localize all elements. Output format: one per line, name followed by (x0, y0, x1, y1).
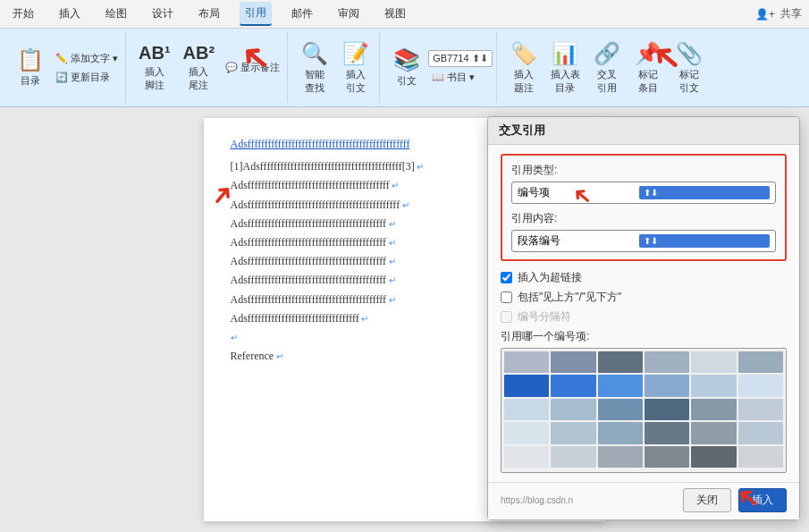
menu-references[interactable]: 引用 (240, 2, 272, 26)
ribbon-btn-insert-endnote[interactable]: AB² 插入尾注 (178, 36, 221, 100)
table-of-figures-icon: 📊 (552, 41, 578, 66)
ribbon-group-caption: 🏷️ 插入题注 📊 插入表目录 🔗 交叉引用 📌 标记条目 📎 标记引文 (501, 32, 712, 103)
ribbon-btn-citation[interactable]: 📚 引文 (387, 36, 426, 100)
list-cell-14[interactable] (598, 399, 643, 420)
list-cell-21[interactable] (645, 422, 689, 443)
checkbox-include-row: 包括"见上方"/"见下方" (501, 290, 787, 305)
ribbon-btn-insert-citation[interactable]: 📝 插入引文 (336, 36, 375, 100)
return-mark-6: ↵ (386, 257, 396, 266)
menu-insert[interactable]: 插入 (54, 3, 86, 25)
list-cell-25[interactable] (551, 446, 595, 468)
toc-icon: 📋 (17, 47, 44, 72)
ribbon-btn-show-notes[interactable]: 💬 显示备注 (222, 59, 283, 76)
cross-reference-dialog[interactable]: 交叉引用 引用类型: 编号项 ⬆⬇ 引用内容: 段落编号 ⬆⬇ (487, 116, 800, 520)
dialog-body: 引用类型: 编号项 ⬆⬇ 引用内容: 段落编号 ⬆⬇ 插入为超链接 (488, 145, 799, 482)
list-cell-3[interactable] (645, 351, 689, 373)
caption-icon: 🏷️ (510, 41, 537, 66)
list-cell-18[interactable] (504, 422, 549, 443)
list-cell-7[interactable] (551, 375, 595, 396)
caption-label: 插入题注 (514, 68, 534, 95)
ribbon-small-group-notes: 💬 显示备注 (222, 59, 283, 76)
ribbon-btn-mark-citation[interactable]: 📎 标记引文 (670, 36, 709, 100)
checkbox-include[interactable] (501, 291, 512, 303)
close-button[interactable]: 关闭 (683, 488, 731, 512)
ribbon-btn-add-text[interactable]: ✏️ 添加文字 ▾ (52, 50, 122, 67)
ribbon-btn-mark-entry[interactable]: 📌 标记条目 (628, 36, 668, 100)
mark-citation-icon: 📎 (676, 41, 703, 66)
dialog-footer: https://blog.csdn.n 关闭 插入 (488, 482, 799, 519)
checkbox-hyperlink[interactable] (501, 272, 512, 283)
list-cell-19[interactable] (551, 422, 595, 443)
ref-content-arrow-icon[interactable]: ⬆⬇ (639, 234, 770, 248)
list-cell-10[interactable] (691, 375, 736, 396)
ribbon-btn-toc[interactable]: 📋 目录 (11, 36, 50, 100)
ref-content-label: 引用内容: (511, 211, 776, 226)
bibliography-label: 书目 ▾ (447, 71, 475, 84)
mark-entry-label: 标记条目 (638, 68, 658, 95)
list-cell-4[interactable] (691, 351, 736, 373)
list-cell-28[interactable] (691, 446, 736, 468)
menu-draw[interactable]: 绘图 (100, 3, 132, 25)
list-cell-2[interactable] (598, 351, 643, 373)
list-cell-15[interactable] (645, 399, 689, 420)
checkbox-separator-row: 编号分隔符 (501, 309, 787, 325)
ribbon-btn-smart-search[interactable]: 🔍 智能查找 (295, 36, 334, 100)
gb7714-label: GB7714 (433, 53, 468, 63)
checkbox-include-label[interactable]: 包括"见上方"/"见下方" (518, 290, 621, 305)
ribbon-btn-bibliography[interactable]: 📖 书目 ▾ (428, 69, 492, 86)
return-mark-5: ↵ (386, 238, 396, 248)
ribbon-group-toc: 📋 目录 ✏️ 添加文字 ▾ 🔄 更新目录 (7, 32, 126, 103)
ribbon-btn-insert-footnote[interactable]: AB¹ 插入脚注 (133, 36, 176, 100)
menu-start[interactable]: 开始 (7, 3, 39, 25)
list-cell-11[interactable] (738, 375, 783, 396)
list-cell-26[interactable] (598, 446, 643, 468)
list-cell-5[interactable] (738, 351, 783, 373)
ref-content-value: 段落编号 (518, 233, 639, 249)
ref-type-arrow-icon[interactable]: ⬆⬇ (639, 186, 770, 199)
ref-type-label: 引用类型: (511, 163, 776, 178)
list-area[interactable] (501, 348, 787, 473)
insert-button[interactable]: 插入 (738, 488, 787, 512)
return-mark-7: ↵ (386, 275, 396, 285)
ribbon-select-gb7714[interactable]: GB7714 ⬆⬇ (428, 50, 492, 67)
ref-content-select[interactable]: 段落编号 ⬆⬇ (511, 230, 776, 252)
ref-type-select[interactable]: 编号项 ⬆⬇ (511, 182, 776, 204)
list-cell-8[interactable] (598, 375, 643, 396)
ref-type-value: 编号项 (518, 185, 639, 200)
ribbon: 📋 目录 ✏️ 添加文字 ▾ 🔄 更新目录 AB¹ 插入脚注 AB² 插入尾注 … (0, 29, 809, 107)
menu-review[interactable]: 审阅 (333, 3, 365, 25)
share-label[interactable]: 共享 (780, 6, 802, 21)
ribbon-btn-table-of-figures[interactable]: 📊 插入表目录 (545, 36, 586, 100)
menu-design[interactable]: 设计 (147, 3, 179, 25)
citation-icon: 📚 (393, 47, 420, 72)
list-cell-24[interactable] (504, 446, 549, 468)
bibliography-icon: 📖 (432, 72, 444, 83)
ribbon-btn-update-toc[interactable]: 🔄 更新目录 (52, 69, 122, 86)
dialog-type-content-box: 引用类型: 编号项 ⬆⬇ 引用内容: 段落编号 ⬆⬇ (501, 154, 787, 261)
list-cell-0[interactable] (504, 351, 549, 373)
list-cell-27[interactable] (645, 446, 689, 468)
list-cell-1[interactable] (551, 351, 595, 373)
citation-label: 引文 (397, 74, 417, 88)
list-cell-13[interactable] (551, 399, 595, 420)
list-cell-20[interactable] (598, 422, 643, 443)
list-cell-12[interactable] (504, 399, 549, 420)
ribbon-btn-insert-caption[interactable]: 🏷️ 插入题注 (504, 36, 544, 100)
smart-search-icon: 🔍 (301, 41, 328, 66)
list-cell-23[interactable] (738, 422, 783, 443)
menu-mail[interactable]: 邮件 (286, 3, 318, 25)
endnote-icon: AB² (183, 43, 215, 63)
menu-layout[interactable]: 布局 (193, 3, 225, 25)
list-cell-22[interactable] (691, 422, 736, 443)
list-cell-9[interactable] (645, 375, 689, 396)
return-mark-empty: ↵ (231, 333, 238, 342)
menu-view[interactable]: 视图 (379, 3, 411, 25)
list-cell-6[interactable] (504, 375, 549, 396)
list-cell-29[interactable] (738, 446, 783, 468)
list-cell-17[interactable] (738, 399, 783, 420)
show-notes-icon: 💬 (225, 62, 238, 73)
ribbon-group-citation: 📚 引文 GB7714 ⬆⬇ 📖 书目 ▾ (383, 32, 496, 103)
checkbox-hyperlink-label[interactable]: 插入为超链接 (518, 270, 582, 285)
list-cell-16[interactable] (691, 399, 736, 420)
ribbon-btn-cross-reference[interactable]: 🔗 交叉引用 (587, 36, 627, 100)
